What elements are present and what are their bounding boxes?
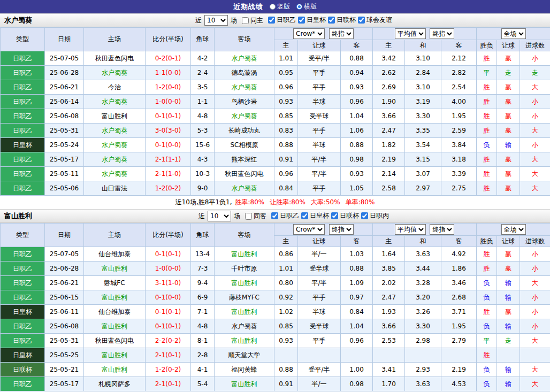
result-handicap: 输 xyxy=(497,377,520,391)
score: 0-1(0-0) xyxy=(146,290,191,305)
match-count-select[interactable]: 10 xyxy=(208,211,231,221)
same-venue-label: 同主 xyxy=(250,16,263,25)
avg-odds-away: 2.54 xyxy=(441,80,477,95)
avg-odds-home: 1.90 xyxy=(373,95,405,109)
same-venue-filter[interactable]: 同主 xyxy=(242,16,263,25)
match-row: 日皇杯25-05-24水户蜀葵0-1(0-0)15-6SC相模原0.88半球0.… xyxy=(1,138,550,152)
result-handicap: 赢 xyxy=(497,262,520,276)
avg-odds-away xyxy=(441,348,477,363)
odds-away: 1.03 xyxy=(341,247,373,262)
league-checkbox[interactable] xyxy=(361,212,368,219)
league-checkbox[interactable] xyxy=(268,17,275,24)
league-filter-日职乙[interactable]: 日职乙 xyxy=(268,16,296,25)
average-odds-header: 平均值 终指 xyxy=(373,28,477,40)
odds-home: 0.96 xyxy=(274,80,298,95)
odds-home: 0.85 xyxy=(274,319,298,334)
match-row: 日职乙25-05-31水户蜀葵3-0(3-0)5-3长崎成功丸0.83平手1.0… xyxy=(1,124,550,138)
result-goals: 大 xyxy=(520,181,550,196)
same-venue-checkbox[interactable] xyxy=(245,213,252,220)
same-venue-filter[interactable]: 同客 xyxy=(245,212,266,221)
league-checkbox[interactable] xyxy=(298,17,305,24)
league-filter-日皇杯[interactable]: 日皇杯 xyxy=(298,16,326,25)
odds-stage-select-2[interactable]: 终指 xyxy=(430,224,454,235)
home-team: 水户蜀葵 xyxy=(84,124,146,138)
away-team: 富山胜利 xyxy=(215,334,274,348)
layout-horizontal-radio[interactable]: 横版 xyxy=(296,2,317,11)
subheader-cell: 客 xyxy=(441,40,477,51)
results-table: 类型 日期 主场 比分(半场) 角球 客场 Crow* 终指 平均值 终指 xyxy=(0,223,550,391)
league-filter-日职乙[interactable]: 日职乙 xyxy=(271,211,299,220)
handicap-line: 平/半 xyxy=(298,167,341,181)
league-checkbox[interactable] xyxy=(271,212,278,219)
odds-home: 0.80 xyxy=(274,276,298,290)
odds-stage-select-2[interactable]: 终指 xyxy=(430,28,454,39)
league-filter-球会友谊[interactable]: 球会友谊 xyxy=(358,16,392,25)
handicap-line: 受平/半 xyxy=(298,363,341,377)
away-team: 富山胜利 xyxy=(215,247,274,262)
league-type-badge: 日职乙 xyxy=(1,247,45,262)
odds-home xyxy=(274,348,298,363)
match-date: 25-05-31 xyxy=(45,124,84,138)
average-select[interactable]: 平均值 xyxy=(395,224,426,235)
match-count-select[interactable]: 10 xyxy=(204,15,228,26)
avg-odds-home: 3.85 xyxy=(373,262,405,276)
subheader-cell: 和 xyxy=(405,40,441,51)
odds-home: 0.88 xyxy=(274,363,298,377)
league-type-badge: 日职乙 xyxy=(1,124,45,138)
away-team: 顺天堂大学 xyxy=(215,348,274,363)
handicap-line: 半球 xyxy=(298,305,341,319)
result-wdl: 胜 xyxy=(477,109,497,124)
subheader-cell: 胜负 xyxy=(477,236,497,247)
odds-home: 1.01 xyxy=(274,262,298,276)
score: 0-2(0-1) xyxy=(146,51,191,66)
match-row: 日职乙25-05-17札幌冈萨多2-1(0-1)5-4富山胜利0.91半/一0.… xyxy=(1,377,550,391)
league-filter-日皇杯[interactable]: 日皇杯 xyxy=(301,211,329,220)
result-wdl: 胜 xyxy=(477,95,497,109)
league-checkbox[interactable] xyxy=(358,17,365,24)
average-select[interactable]: 平均值 xyxy=(395,28,426,39)
avg-odds-home: 1.93 xyxy=(373,305,405,319)
league-filter-日职丙[interactable]: 日职丙 xyxy=(361,211,389,220)
avg-odds-away: 3.71 xyxy=(441,305,477,319)
layout-vertical-radio[interactable]: 竖版 xyxy=(270,2,290,11)
rate-stat: 胜率:80% xyxy=(235,198,264,207)
avg-odds-away: 2.68 xyxy=(441,290,477,305)
result-handicap: 赢 xyxy=(497,51,520,66)
odds-away: 1.06 xyxy=(341,124,373,138)
bookmaker-select[interactable]: Crow* xyxy=(293,224,325,235)
period-select[interactable]: 全场 xyxy=(501,224,526,235)
league-checkbox[interactable] xyxy=(331,212,338,219)
results-body: 日职乙25-07-05秋田蓝色闪电0-2(0-1)4-2水户蜀葵1.01受平/半… xyxy=(1,51,550,196)
subheader-cell: 进球数 xyxy=(520,40,550,51)
corners: 13-4 xyxy=(191,247,215,262)
same-venue-checkbox[interactable] xyxy=(242,17,249,24)
league-checkbox[interactable] xyxy=(301,212,308,219)
avg-odds-away: 4.00 xyxy=(441,95,477,109)
home-team: 今治 xyxy=(84,80,146,95)
match-row: 日职乙25-05-17水户蜀葵2-1(1-1)4-3熊本深红0.91平/半0.9… xyxy=(1,152,550,167)
team-name: 水户蜀葵 xyxy=(4,16,32,25)
league-type-badge: 日职乙 xyxy=(1,80,45,95)
odds-away: 1.09 xyxy=(341,276,373,290)
odds-stage-select[interactable]: 终指 xyxy=(329,224,354,235)
league-type-badge: 日职乙 xyxy=(1,66,45,80)
league-type-badge: 日职乙 xyxy=(1,290,45,305)
league-filter-日联杯[interactable]: 日联杯 xyxy=(328,16,356,25)
away-team: SC相模原 xyxy=(215,138,274,152)
score: 0-1(0-1) xyxy=(146,305,191,319)
period-select[interactable]: 全场 xyxy=(501,28,526,39)
league-checkbox[interactable] xyxy=(328,17,335,24)
subheader-cell: 客 xyxy=(341,40,373,51)
avg-odds-home: 3.41 xyxy=(373,363,405,377)
avg-odds-draw: 2.84 xyxy=(405,66,441,80)
match-row: 日职乙25-05-06山口雷法1-2(0-2)9-0水户蜀葵0.84平手1.05… xyxy=(1,181,550,196)
rate-stat: 大率:50% xyxy=(311,198,340,207)
match-date: 25-05-21 xyxy=(45,363,84,377)
league-filter-日联杯[interactable]: 日联杯 xyxy=(331,211,359,220)
away-team: 熊本深红 xyxy=(215,152,274,167)
score: 2-2(0-2) xyxy=(146,334,191,348)
corners: 10-3 xyxy=(191,167,215,181)
bookmaker-select[interactable]: Crow* xyxy=(293,28,325,39)
layout-horizontal-label: 横版 xyxy=(304,2,317,11)
odds-stage-select[interactable]: 终指 xyxy=(329,28,354,39)
